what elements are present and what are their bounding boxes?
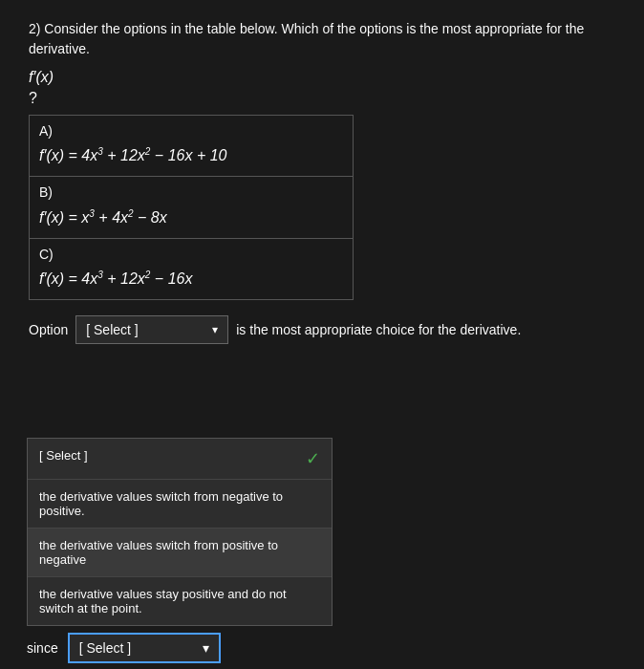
option-row-a: A) f′(x) = 4x3 + 12x2 − 16x + 10 <box>30 116 353 177</box>
dropdown-menu: [ Select ] ✓ the derivative values switc… <box>27 438 333 626</box>
since-select-value: [ Select ] <box>79 640 131 656</box>
option-label-c: C) <box>30 239 353 266</box>
option-select-value: [ Select ] <box>86 322 138 337</box>
dropdown-item-neg-to-pos[interactable]: the derivative values switch from negati… <box>28 480 332 529</box>
dropdown-item-stay-positive-label: the derivative values stay positive and … <box>39 587 320 615</box>
option-select-row: Option [ Select ] ▾ is the most appropri… <box>29 315 625 344</box>
option-row-c: C) f′(x) = 4x3 + 12x2 − 16x <box>30 239 353 299</box>
most-appropriate-text: is the most appropriate choice for the d… <box>236 322 521 337</box>
since-row: since [ Select ] ▾ <box>27 633 625 663</box>
since-label: since <box>27 640 58 656</box>
dropdown-item-pos-to-neg[interactable]: the derivative values switch from positi… <box>28 529 332 577</box>
derivative-label: f′(x) <box>29 69 625 86</box>
option-formula-b: f′(x) = x3 + 4x2 − 8x <box>30 204 353 237</box>
question-mark: ? <box>29 90 625 107</box>
dropdown-item-select[interactable]: [ Select ] ✓ <box>28 439 332 480</box>
dropdown-item-pos-to-neg-label: the derivative values switch from positi… <box>39 538 320 567</box>
option-row-b: B) f′(x) = x3 + 4x2 − 8x <box>30 177 353 238</box>
question-text: 2) Consider the options in the table bel… <box>29 19 625 59</box>
option-formula-c: f′(x) = 4x3 + 12x2 − 16x <box>30 266 353 299</box>
dropdown-arrow-icon: ▾ <box>212 323 218 336</box>
checkmark-icon: ✓ <box>306 448 320 469</box>
dropdown-item-neg-to-pos-label: the derivative values switch from negati… <box>39 489 320 518</box>
since-select[interactable]: [ Select ] ▾ <box>68 633 221 663</box>
option-label-a: A) <box>30 116 353 142</box>
option-formula-a: f′(x) = 4x3 + 12x2 − 16x + 10 <box>30 142 353 176</box>
option-select-dropdown[interactable]: [ Select ] ▾ <box>75 315 228 344</box>
dropdown-item-stay-positive[interactable]: the derivative values stay positive and … <box>28 577 332 625</box>
since-dropdown-arrow-icon: ▾ <box>203 640 209 656</box>
options-table: A) f′(x) = 4x3 + 12x2 − 16x + 10 B) f′(x… <box>29 115 354 300</box>
dropdown-item-select-label: [ Select ] <box>39 448 88 463</box>
formula-b-text: f′(x) = x3 + 4x2 − 8x <box>39 209 167 226</box>
formula-a-text: f′(x) = 4x3 + 12x2 − 16x + 10 <box>39 147 226 163</box>
option-label-text: Option <box>29 322 68 337</box>
formula-c-text: f′(x) = 4x3 + 12x2 − 16x <box>39 270 192 287</box>
option-label-b: B) <box>30 177 353 204</box>
